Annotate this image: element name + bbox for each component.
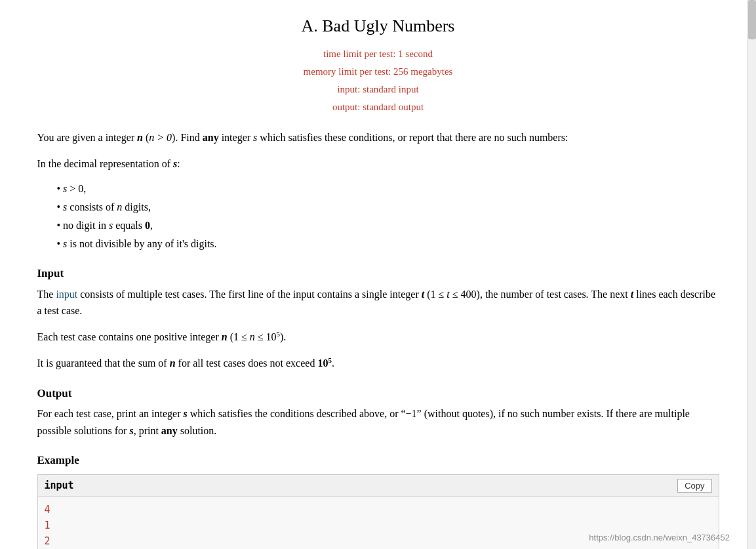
- input-type: input: standard input: [37, 81, 719, 98]
- condition-1: s > 0,: [57, 181, 719, 197]
- scrollbar-thumb[interactable]: [748, 0, 756, 39]
- problem-title: A. Bad Ugly Numbers: [37, 13, 719, 39]
- code-block-body: 4 1 2 3 4: [38, 497, 719, 549]
- intro-paragraph: You are given a integer n (n > 0). Find …: [37, 129, 719, 146]
- var-n-cond: n: [222, 331, 228, 342]
- var-n: n: [137, 132, 143, 143]
- var-s-output: s: [184, 408, 188, 419]
- output-text: For each test case, print an integer s w…: [37, 405, 719, 439]
- code-block-header: input Copy: [38, 475, 719, 497]
- input-header: Input: [37, 265, 719, 282]
- meta-info: time limit per test: 1 second memory lim…: [37, 45, 719, 116]
- var-t: t: [422, 289, 424, 300]
- test-case-line: Each test case contains one positive int…: [37, 329, 719, 346]
- var-s-intro: s: [253, 132, 257, 143]
- decimal-line: In the decimal representation of s:: [37, 155, 719, 173]
- condition-4: s is not divisible by any of it's digits…: [57, 236, 719, 252]
- scrollbar[interactable]: [747, 0, 756, 549]
- var-s-decimal: s: [173, 158, 177, 169]
- input-word: input: [56, 289, 77, 300]
- code-line-1: 4: [45, 502, 712, 518]
- code-block: input Copy 4 1 2 3 4: [37, 474, 719, 549]
- var-t2: t: [631, 289, 633, 300]
- any-output: any: [161, 425, 178, 436]
- copy-button[interactable]: Copy: [677, 479, 711, 493]
- conditions-list: s > 0, s consists of n digits, no digit …: [57, 181, 719, 252]
- code-label: input: [45, 478, 74, 493]
- time-limit: time limit per test: 1 second: [37, 45, 719, 63]
- output-type: output: standard output: [37, 98, 719, 116]
- any-keyword: any: [203, 132, 219, 143]
- var-s-output2: s: [129, 425, 133, 436]
- condition-3: no digit in s equals 0,: [57, 218, 719, 234]
- input-text: The input consists of multiple test case…: [37, 286, 719, 319]
- condition-2: s consists of n digits,: [57, 199, 719, 215]
- memory-limit: memory limit per test: 256 megabytes: [37, 63, 719, 81]
- example-header: Example: [37, 452, 719, 469]
- output-header: Output: [37, 385, 719, 402]
- code-line-2: 1: [45, 518, 712, 533]
- guarantee-line: It is guaranteed that the sum of n for a…: [37, 355, 719, 372]
- code-line-3: 2: [45, 533, 712, 549]
- page-container: A. Bad Ugly Numbers time limit per test:…: [11, 0, 746, 549]
- var-n-guarantee: n: [170, 357, 176, 369]
- n-condition: n > 0: [149, 132, 172, 143]
